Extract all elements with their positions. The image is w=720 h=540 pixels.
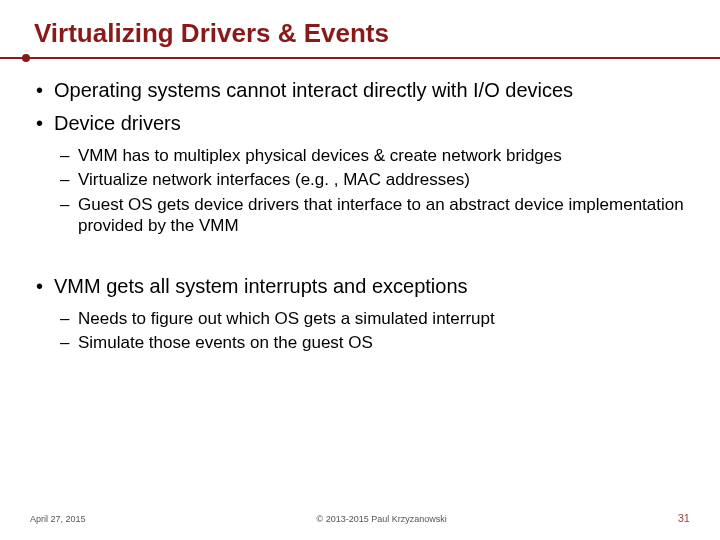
footer-copyright: © 2013-2015 Paul Krzyzanowski [317,514,447,524]
bullet-text: Virtualize network interfaces (e.g. , MA… [78,169,470,190]
bullet-dash-icon: – [60,332,78,353]
bullet-dash-icon: – [60,169,78,190]
bullet-level-2: – VMM has to multiplex physical devices … [60,145,690,166]
title-rule [30,55,690,61]
bullet-level-2: – Simulate those events on the guest OS [60,332,690,353]
slide-content: • Operating systems cannot interact dire… [30,79,690,354]
bullet-level-2: – Virtualize network interfaces (e.g. , … [60,169,690,190]
bullet-text: VMM has to multiplex physical devices & … [78,145,562,166]
bullet-dot-icon: • [36,79,54,102]
bullet-level-2: – Guest OS gets device drivers that inte… [60,194,690,237]
bullet-text: Simulate those events on the guest OS [78,332,373,353]
bullet-dot-icon: • [36,112,54,135]
bullet-level-2: – Needs to figure out which OS gets a si… [60,308,690,329]
bullet-text: Guest OS gets device drivers that interf… [78,194,690,237]
footer: April 27, 2015 © 2013-2015 Paul Krzyzano… [30,512,690,524]
bullet-dot-icon: • [36,275,54,298]
bullet-level-1: • Operating systems cannot interact dire… [36,79,690,102]
bullet-level-1: • Device drivers [36,112,690,135]
bullet-text: Needs to figure out which OS gets a simu… [78,308,495,329]
footer-page-number: 31 [678,512,690,524]
bullet-dash-icon: – [60,145,78,166]
slide-title: Virtualizing Drivers & Events [34,18,690,49]
bullet-text: VMM gets all system interrupts and excep… [54,275,468,298]
bullet-level-1: • VMM gets all system interrupts and exc… [36,275,690,298]
footer-date: April 27, 2015 [30,514,86,524]
slide: Virtualizing Drivers & Events • Operatin… [0,0,720,540]
bullet-text: Device drivers [54,112,181,135]
bullet-dash-icon: – [60,194,78,237]
bullet-dash-icon: – [60,308,78,329]
bullet-text: Operating systems cannot interact direct… [54,79,573,102]
